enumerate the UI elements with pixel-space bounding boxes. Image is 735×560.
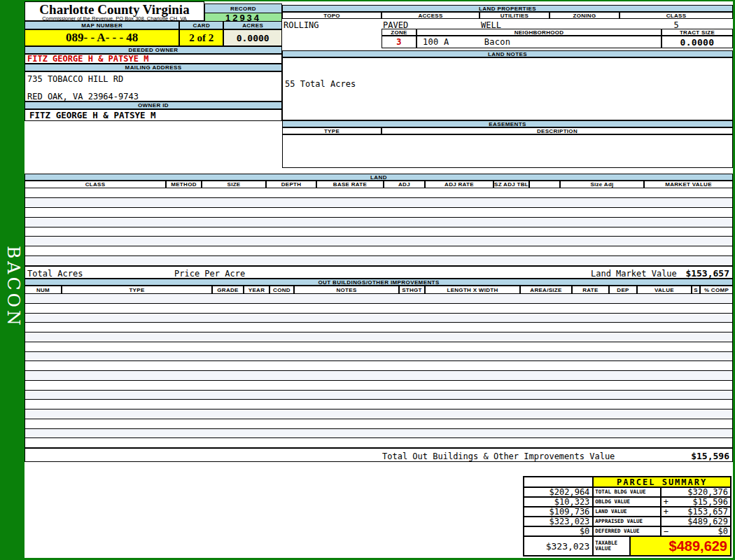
ps-amount: $0: [718, 526, 728, 536]
land-col-sz-adj-tbl: SZ ADJ TBL: [493, 181, 529, 188]
ps-amount: $489,629: [687, 517, 728, 526]
ps-value: $489,629: [661, 517, 731, 526]
ps-row-land: $109,736 LAND VALUE + $153,657: [524, 507, 731, 517]
ps-left-value: $109,736: [524, 507, 593, 517]
ps-row-deferred: $0 DEFERRED VALUE − $0: [524, 526, 731, 536]
land-total-row: Total Acres Price Per Acre Land Market V…: [24, 266, 733, 279]
parcel-summary-title: PARCEL SUMMARY: [593, 477, 731, 487]
zone-header-row: ZONE NEIGHBORHOOD TRACT SIZE: [382, 29, 733, 36]
taxable-value-amount: $489,629: [630, 536, 731, 556]
ob-col-value: VALUE: [637, 286, 692, 294]
land-col-adj: ADJ: [384, 181, 425, 188]
topo-value: ROLLING: [284, 20, 319, 30]
map-number-label: MAP NUMBER: [24, 21, 179, 29]
ob-col-area-size: AREA/SIZE: [520, 286, 572, 294]
ob-col-sthgt: STHGT: [399, 286, 425, 294]
parcel-summary: PARCEL SUMMARY $202,964 TOTAL BLDG VALUE…: [523, 476, 732, 556]
ps-operator: −: [664, 526, 668, 536]
ps-header-spacer: [524, 477, 593, 487]
ob-col-cond: COND: [270, 286, 294, 294]
ob-col-grade: GRADE: [212, 286, 244, 294]
ps-left-value: $323,023: [524, 517, 593, 526]
land-notes-box: 55 Total Acres: [282, 57, 733, 120]
deeded-owner-value: FITZ GEORGE H & PATSYE M: [24, 54, 282, 64]
ob-col-pct-comp: % COMP: [700, 286, 733, 294]
ps-left-value: $10,323: [524, 497, 593, 507]
ob-empty-row: [25, 352, 732, 362]
land-col-base-rate: BASE RATE: [316, 181, 384, 188]
ob-empty-row: [25, 438, 732, 447]
land-empty-row: [25, 188, 732, 198]
ps-left-value: $202,964: [524, 487, 593, 497]
easement-description-header: DESCRIPTION: [382, 127, 733, 134]
mailing-address-box: 735 TOBACCO HILL RD RED OAK, VA 23964-97…: [24, 71, 282, 102]
ob-empty-row: [25, 381, 732, 391]
easements-section-label: EASEMENTS: [282, 120, 733, 127]
neighborhood-value: 100 A Bacon: [416, 36, 662, 48]
land-properties-header-row: TOPO ACCESS UTILITIES ZONING CLASS: [282, 12, 733, 19]
land-empty-row: [25, 256, 732, 265]
land-empty-row: [25, 227, 732, 237]
land-market-value-label: Land Market Value: [591, 269, 677, 279]
land-col-size: SIZE: [202, 181, 266, 188]
property-record-card: BACON Charlotte County Virginia Commissi…: [0, 0, 735, 560]
parcel-summary-header-row: PARCEL SUMMARY: [524, 477, 731, 487]
ps-row-taxable: $323,023 TAXABLE VALUE $489,629: [524, 536, 731, 556]
ob-col-rate: RATE: [572, 286, 609, 294]
land-table-body: [24, 188, 733, 266]
zone-value: 3: [382, 36, 416, 48]
easements-header-row: TYPE DESCRIPTION: [282, 127, 733, 134]
ps-amount: $320,376: [687, 487, 728, 497]
land-table-header-row: CLASS METHOD SIZE DEPTH BASE RATE ADJ AD…: [24, 181, 733, 188]
ps-label: TAXABLE VALUE: [593, 536, 630, 556]
easements-box: [282, 134, 733, 168]
ps-row-appraised: $323,023 APPRAISED VALUE $489,629: [524, 517, 731, 526]
ob-empty-row: [25, 294, 732, 304]
ob-empty-row: [25, 410, 732, 419]
land-col-blank: [529, 181, 560, 188]
access-column-header: ACCESS: [382, 12, 479, 19]
land-col-size-adj: Size Adj: [560, 181, 644, 188]
ob-empty-row: [25, 419, 732, 429]
address-line-1: 735 TOBACCO HILL RD: [27, 74, 123, 84]
ps-value: + $15,596: [661, 497, 731, 507]
outbuildings-total-label: Total Out Buildings & Other Improvements…: [382, 451, 615, 461]
land-col-method: METHOD: [166, 181, 202, 188]
ps-row-obldg: $10,323 OBLDG VALUE + $15,596: [524, 497, 731, 507]
ob-empty-row: [25, 361, 732, 371]
tract-size-label: TRACT SIZE: [662, 29, 733, 36]
outbuildings-total-row: Total Out Buildings & Other Improvements…: [24, 448, 733, 462]
total-acres-label: Total Acres: [27, 269, 83, 279]
easement-type-header: TYPE: [282, 127, 382, 134]
ob-col-notes: NOTES: [294, 286, 399, 294]
ps-value: + $153,657: [661, 507, 731, 517]
county-title: Charlotte County Virginia: [25, 3, 204, 16]
zone-value-row: 3 100 A Bacon 0.0000: [382, 36, 733, 48]
zone-label: ZONE: [382, 29, 416, 36]
ps-label: TOTAL BLDG VALUE: [593, 487, 660, 497]
tract-size-value: 0.0000: [662, 36, 733, 48]
ps-amount: $15,596: [692, 497, 728, 507]
land-notes-section-label: LAND NOTES: [282, 50, 733, 57]
ps-operator: +: [664, 497, 668, 507]
county-header: Charlotte County Virginia Commissioner o…: [24, 1, 204, 21]
acres-value: 0.0000: [223, 29, 282, 46]
class-column-header: CLASS: [620, 12, 733, 19]
ps-label: OBLDG VALUE: [593, 497, 660, 507]
ob-col-dep: DEP: [609, 286, 637, 294]
ps-left-value: $0: [524, 526, 593, 536]
map-number-value: 089- - A- - - 48: [24, 29, 179, 46]
record-sheet: Charlotte County Virginia Commissioner o…: [24, 1, 733, 558]
land-col-adj-rate: ADJ RATE: [425, 181, 493, 188]
ps-label: APPRAISED VALUE: [593, 517, 660, 526]
outbuildings-header-row: NUM TYPE GRADE YEAR COND NOTES STHGT LEN…: [24, 286, 733, 294]
map-header-row: MAP NUMBER CARD ACRES: [24, 21, 282, 29]
neighborhood-vertical-label: BACON: [1, 227, 24, 346]
land-notes-text: 55 Total Acres: [285, 79, 356, 89]
land-empty-row: [25, 208, 732, 218]
outbuildings-table-body: [24, 294, 733, 448]
record-label: RECORD: [204, 4, 282, 13]
deeded-owner-label: DEEDED OWNER: [24, 46, 282, 54]
ob-empty-row: [25, 391, 732, 400]
acres-label: ACRES: [223, 21, 282, 29]
